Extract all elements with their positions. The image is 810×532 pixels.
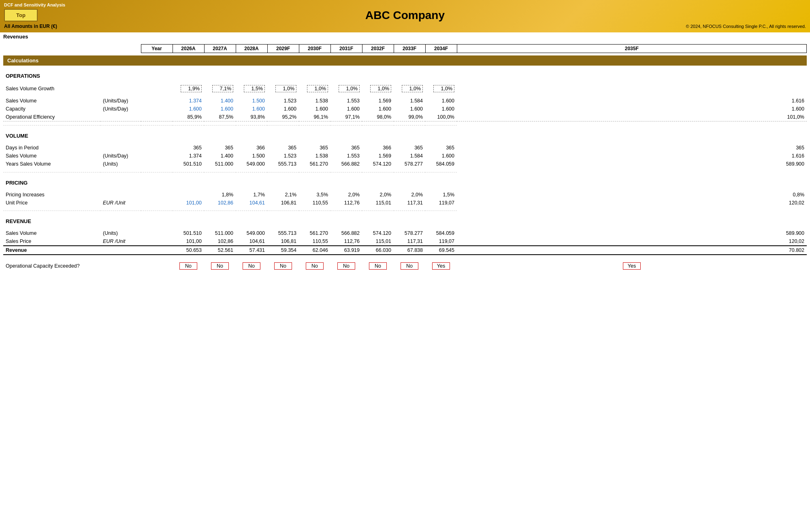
dip-2026: 365 [173,144,204,152]
ysv-2034: 584.059 [425,160,457,168]
pi-empty [141,191,173,199]
op-capacity-exceeded-row: Operational Capacity Exceeded? No No No … [3,261,807,271]
vol-sv-2026: 1.374 [173,152,204,160]
sp-2034: 119,07 [425,237,457,246]
oce-2034: Yes [425,261,457,271]
dip-2034: 365 [425,144,457,152]
ysv-2027: 511.000 [204,160,236,168]
up-2032: 115,01 [362,199,394,207]
pricing-title: PRICING [3,172,457,187]
year-header-row: Year 2026A 2027A 2028A 2029F 2030F 2031F… [3,45,807,53]
rev-sv-2028: 549.000 [236,229,267,237]
revenue-title: REVENUE [3,211,457,226]
capacity-2029: 1.600 [267,105,299,113]
svgrowth-empty [141,84,173,94]
svgrowth-2032: 1,0% [362,84,394,94]
capacity-2031: 1.600 [330,105,362,113]
amounts-label: All Amounts in EUR (€) [4,23,57,29]
col-2027a: 2027A [204,45,236,53]
page-header: DCF and Sensitivity Analysis Top ABC Com… [0,0,810,32]
rev-2029: 59.354 [267,246,299,255]
col-2026a: 2026A [173,45,204,53]
top-button[interactable]: Top [4,9,38,21]
data-table: OPERATIONS Sales Volume Growth 1,9% 7,1%… [3,66,807,279]
rev-sales-volume-row: Sales Volume (Units) 501.510 511.000 549… [3,229,807,237]
divider-row-2 [3,168,807,172]
vol-sv-2031: 1.553 [330,152,362,160]
pi-2030: 3,5% [299,191,330,199]
ysv-empty [141,160,173,168]
vol-sv-2034: 1.600 [425,152,457,160]
ops-sv-2030: 1.538 [299,97,330,105]
rev-2032: 66.030 [362,246,394,255]
ops-sv-2031: 1.553 [330,97,362,105]
col-2028a: 2028A [236,45,267,53]
svgrowth-2028: 1,5% [236,84,267,94]
years-sales-vol-row: Years Sales Volume (Units) 501.510 511.0… [3,160,807,168]
revenues-section-label: Revenues [0,32,810,41]
sp-2031: 112,76 [330,237,362,246]
svgrowth-2031: 1,0% [330,84,362,94]
oce-2030: No [299,261,330,271]
oce-2028: No [236,261,267,271]
sp-2029: 106,81 [267,237,299,246]
sp-2027: 102,86 [204,237,236,246]
capacity-empty [141,105,173,113]
ysv-2028: 549.000 [236,160,267,168]
calculations-bar: Calculations [3,55,807,66]
dip-2032: 366 [362,144,394,152]
pricing-increases-row: Pricing Increases 1,8% 1,7% 2,1% 3,5% 2,… [3,191,807,199]
capacity-unit: (Units/Day) [100,105,141,113]
op-eff-2031: 97,1% [330,113,362,121]
sp-empty [141,237,173,246]
operations-title: OPERATIONS [3,66,457,81]
up-2034: 119,07 [425,199,457,207]
rev-empty [141,246,173,255]
oce-2033: No [394,261,425,271]
ysv-2033: 578.277 [394,160,425,168]
volume-header-row: VOLUME [3,126,807,141]
pi-2028: 1,7% [236,191,267,199]
pi-label: Pricing Increases [3,191,100,199]
op-eff-2035: 101,0% [457,113,807,121]
sp-2032: 115,01 [362,237,394,246]
rev-sv-2031: 566.882 [330,229,362,237]
sp-2033: 117,31 [394,237,425,246]
rev-unit [100,246,141,255]
operations-header-row: OPERATIONS [3,66,807,81]
year-header-table: Year 2026A 2027A 2028A 2029F 2030F 2031F… [3,44,807,53]
dip-2029: 365 [267,144,299,152]
days-in-period-row: Days in Period 365 365 366 365 365 365 3… [3,144,807,152]
capacity-2026: 1.600 [173,105,204,113]
op-eff-2029: 95,2% [267,113,299,121]
svgrowth-2034: 1,0% [425,84,457,94]
sp-label: Sales Price [3,237,100,246]
copyright-text: © 2024, NFOCUS Consulting Single P.C., A… [686,24,806,29]
rev-2027: 52.561 [204,246,236,255]
ops-sv-2028: 1.500 [236,97,267,105]
sp-2030: 110,55 [299,237,330,246]
op-eff-2026: 85,9% [173,113,204,121]
col-2035f: 2035F [457,45,807,53]
col-2032f: 2032F [362,45,394,53]
volume-title: VOLUME [3,126,457,141]
ops-sv-2033: 1.584 [394,97,425,105]
divider-row-3 [3,207,807,211]
rev-2035: 70.802 [457,246,807,255]
oce-2029: No [267,261,299,271]
oce-2027: No [204,261,236,271]
up-2028: 104,61 [236,199,267,207]
ysv-2026: 501.510 [173,160,204,168]
up-2033: 117,31 [394,199,425,207]
ysv-2030: 561.270 [299,160,330,168]
dip-2031: 365 [330,144,362,152]
oce-2026: No [173,261,204,271]
pi-2034: 1,5% [425,191,457,199]
ops-sv-empty [141,97,173,105]
rev-sv-unit: (Units) [100,229,141,237]
ops-sv-2027: 1.400 [204,97,236,105]
company-title: ABC Company [365,9,445,22]
up-2029: 106,81 [267,199,299,207]
svgrowth-2029: 1,0% [267,84,299,94]
unit-price-row: Unit Price EUR /Unit 101,00 102,86 104,6… [3,199,807,207]
